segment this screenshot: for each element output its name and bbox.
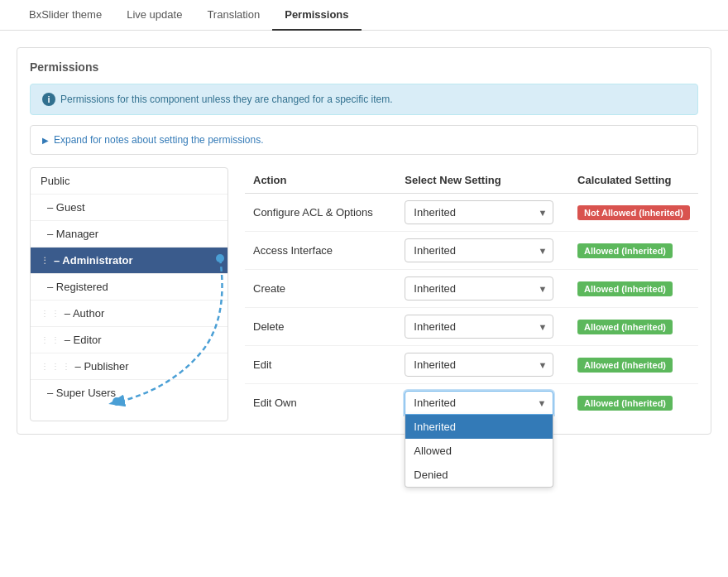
tree-item-author[interactable]: ⋮ ⋮ – Author — [31, 301, 228, 327]
action-cell: Access Interface — [245, 232, 396, 270]
select-wrapper: InheritedAllowedDenied▼ — [405, 315, 553, 339]
info-alert-text: Permissions for this component unless th… — [60, 94, 393, 105]
select-wrapper: InheritedAllowedDenied▼ — [405, 200, 553, 224]
tree-item-administrator[interactable]: ⋮ – Administrator — [31, 248, 228, 274]
tree-item-manager[interactable]: – Manager — [31, 221, 228, 248]
tree-label-registered: – Registered — [47, 281, 108, 293]
perm-select[interactable]: InheritedAllowedDenied — [405, 238, 553, 262]
calc-cell: Allowed (Inherited) — [569, 308, 698, 346]
permissions-table-wrapper: Action Select New Setting Calculated Set… — [228, 167, 698, 421]
tab-bar: BxSlider theme Live update Translation P… — [0, 0, 728, 31]
action-cell: Edit Own — [245, 384, 396, 422]
tree-item-publisher[interactable]: ⋮ ⋮ ⋮ – Publisher — [31, 353, 228, 380]
tree-label-administrator: – Administrator — [54, 254, 133, 267]
action-cell: Delete — [245, 308, 396, 346]
perm-select[interactable]: InheritedAllowedDenied — [405, 315, 553, 339]
table-row: Access InterfaceInheritedAllowedDenied▼A… — [245, 232, 698, 270]
tree-dots-administrator: ⋮ — [41, 256, 49, 265]
chevron-down-icon: ▼ — [537, 398, 546, 408]
tree-panel: Public – Guest – Manager ⋮ – Administrat… — [30, 167, 228, 421]
tab-bxslider[interactable]: BxSlider theme — [17, 0, 114, 31]
dropdown-list-item[interactable]: Denied — [405, 463, 553, 487]
status-badge: Allowed (Inherited) — [577, 320, 673, 334]
col-header-action: Action — [245, 167, 396, 194]
calc-cell: Not Allowed (Inherited) — [569, 194, 698, 232]
permissions-layout: Public – Guest – Manager ⋮ – Administrat… — [30, 167, 698, 421]
tree-label-guest: – Guest — [47, 201, 85, 214]
status-badge: Allowed (Inherited) — [577, 358, 673, 373]
select-cell: InheritedAllowedDenied▼ — [396, 194, 569, 232]
tree-dots-publisher: ⋮ ⋮ ⋮ — [41, 362, 70, 371]
dropdown-open-wrapper: Inherited▼InheritedAllowedDenied — [405, 391, 553, 415]
action-cell: Edit — [245, 346, 396, 384]
dropdown-list-item[interactable]: Inherited — [405, 415, 553, 439]
permissions-section-title: Permissions — [30, 60, 698, 74]
tree-item-editor[interactable]: ⋮ ⋮ – Editor — [31, 327, 228, 353]
table-row: Configure ACL & OptionsInheritedAllowedD… — [245, 194, 698, 232]
info-alert: i Permissions for this component unless … — [30, 84, 698, 115]
tree-item-public[interactable]: Public — [31, 168, 228, 195]
tree-label-author: – Author — [65, 307, 104, 320]
select-cell: InheritedAllowedDenied▼ — [396, 270, 569, 308]
calc-cell: Allowed (Inherited) — [569, 232, 698, 270]
perm-select[interactable]: InheritedAllowedDenied — [405, 200, 553, 224]
table-row: Edit OwnInherited▼InheritedAllowedDenied… — [245, 384, 698, 422]
dropdown-list: InheritedAllowedDenied — [405, 415, 553, 488]
tab-permissions[interactable]: Permissions — [272, 0, 361, 31]
select-cell: InheritedAllowedDenied▼ — [396, 232, 569, 270]
tree-label-public: Public — [41, 175, 69, 187]
tree-item-registered[interactable]: – Registered — [31, 274, 228, 301]
calc-cell: Allowed (Inherited) — [569, 270, 698, 308]
tab-live-update[interactable]: Live update — [114, 0, 194, 31]
info-icon: i — [42, 93, 55, 106]
table-row: EditInheritedAllowedDenied▼Allowed (Inhe… — [245, 346, 698, 384]
status-badge: Not Allowed (Inherited) — [577, 205, 690, 220]
select-cell: InheritedAllowedDenied▼ — [396, 308, 569, 346]
tree-dots-editor: ⋮ ⋮ — [41, 335, 60, 344]
select-cell: InheritedAllowedDenied▼ — [396, 346, 569, 384]
select-cell: Inherited▼InheritedAllowedDenied — [396, 384, 569, 422]
expand-note[interactable]: ▶ Expand for notes about setting the per… — [30, 125, 698, 155]
tree-label-publisher: – Publisher — [75, 360, 129, 373]
tree-label-editor: – Editor — [65, 334, 102, 346]
tree-label-manager: – Manager — [47, 228, 98, 240]
status-badge: Allowed (Inherited) — [577, 243, 673, 258]
tree-item-guest[interactable]: – Guest — [31, 195, 228, 221]
action-cell: Configure ACL & Options — [245, 194, 396, 232]
perm-select[interactable]: InheritedAllowedDenied — [405, 353, 553, 377]
calc-cell: Allowed (Inherited) — [569, 384, 698, 422]
tree-label-super-users: – Super Users — [47, 387, 116, 399]
table-row: CreateInheritedAllowedDenied▼Allowed (In… — [245, 270, 698, 308]
tree-dots-author: ⋮ ⋮ — [41, 309, 60, 318]
table-row: DeleteInheritedAllowedDenied▼Allowed (In… — [245, 308, 698, 346]
perm-select[interactable]: InheritedAllowedDenied — [405, 276, 553, 301]
status-badge: Allowed (Inherited) — [577, 396, 673, 411]
dropdown-list-item[interactable]: Allowed — [405, 439, 553, 463]
calc-cell: Allowed (Inherited) — [569, 346, 698, 384]
permissions-container: Permissions i Permissions for this compo… — [17, 47, 711, 435]
col-header-select: Select New Setting — [396, 167, 569, 194]
select-wrapper: InheritedAllowedDenied▼ — [405, 276, 553, 301]
tree-item-super-users[interactable]: – Super Users — [31, 380, 228, 406]
open-select[interactable]: Inherited▼ — [405, 391, 553, 415]
tab-translation[interactable]: Translation — [194, 0, 272, 31]
action-cell: Create — [245, 270, 396, 308]
select-wrapper: InheritedAllowedDenied▼ — [405, 353, 553, 377]
main-content: Permissions i Permissions for this compo… — [0, 31, 728, 451]
select-wrapper: InheritedAllowedDenied▼ — [405, 238, 553, 262]
permissions-table: Action Select New Setting Calculated Set… — [245, 167, 698, 421]
expand-arrow-icon: ▶ — [42, 136, 49, 145]
top-tabs: BxSlider theme Live update Translation P… — [0, 0, 728, 31]
col-header-calc: Calculated Setting — [569, 167, 698, 194]
status-badge: Allowed (Inherited) — [577, 281, 673, 296]
expand-note-text: Expand for notes about setting the permi… — [54, 134, 263, 146]
